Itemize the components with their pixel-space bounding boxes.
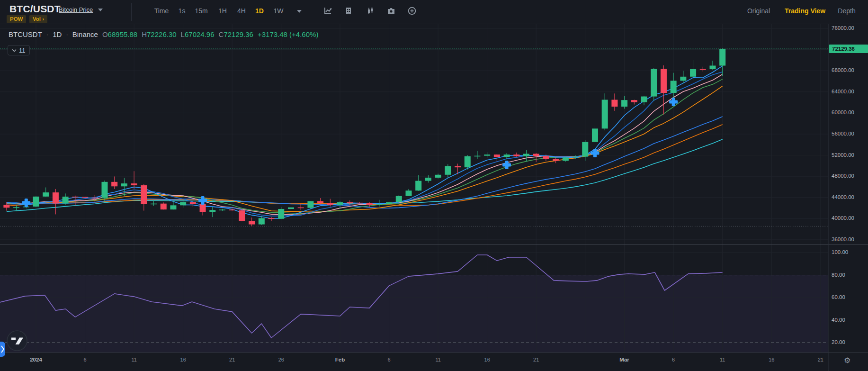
time-tick-label: 6 [672, 357, 675, 362]
time-tick-label: 2024 [30, 357, 42, 362]
candle [327, 203, 333, 205]
candle [190, 202, 196, 204]
pow-badge[interactable]: POW [7, 15, 26, 23]
price-tick-label: 40000.00 [832, 215, 867, 221]
candlestick-icon[interactable] [366, 6, 376, 17]
candle [465, 156, 471, 167]
legend-low: L67024.96 [181, 30, 215, 38]
plus-circle-icon[interactable] [407, 6, 418, 17]
candle [307, 201, 313, 208]
candle [455, 166, 461, 168]
time-tick-label: 11 [131, 357, 136, 362]
ma-line-ma30 [7, 125, 723, 206]
candle [278, 209, 284, 219]
ma-line-ma9 [7, 74, 723, 215]
chevron-down-icon [12, 49, 17, 52]
current-price-label: 72129.36 [829, 45, 868, 53]
view-tab-depth[interactable]: Depth [838, 7, 855, 15]
candle [317, 201, 323, 203]
vol-badge[interactable]: Vol › [29, 15, 47, 23]
candle [367, 203, 373, 205]
candle [209, 210, 215, 212]
chevron-down-icon[interactable] [98, 9, 103, 11]
interval-15m[interactable]: 15m [195, 7, 207, 15]
time-tick-label: 16 [769, 357, 774, 362]
candle [553, 159, 559, 161]
candle [180, 202, 186, 205]
indicators-icon[interactable] [344, 6, 354, 17]
view-tab-trading-view[interactable]: Trading View [785, 7, 825, 15]
candle [268, 218, 275, 219]
interval-1h[interactable]: 1H [218, 7, 227, 15]
candle [671, 81, 677, 93]
time-tick-label: 21 [229, 357, 235, 362]
candle [651, 69, 657, 97]
interval-dropdown-chevron-icon[interactable] [297, 10, 302, 13]
tradingview-logo[interactable] [7, 331, 27, 351]
symbol-subtitle-link[interactable]: Bitcoin Price [59, 6, 93, 13]
symbol-title: BTC/USDT [9, 3, 61, 15]
time-tick-label: 6 [387, 357, 390, 362]
price-tick-label: 20.00 [832, 339, 867, 345]
time-tick-label: 11 [435, 357, 440, 362]
legend-high: H72226.30 [142, 30, 176, 38]
time-axis[interactable] [0, 353, 828, 371]
indicators-collapsed-chip[interactable]: 11 [8, 45, 30, 55]
camera-icon[interactable] [386, 6, 397, 17]
candle [111, 182, 117, 186]
price-tick-label: 60000.00 [832, 109, 867, 115]
signal-plus-marker[interactable] [22, 199, 30, 207]
price-tick-label: 80.00 [832, 272, 867, 278]
candle [357, 203, 363, 204]
view-tab-original[interactable]: Original [747, 7, 770, 15]
legend-close: C72129.36 [219, 30, 253, 38]
interval-1s[interactable]: 1s [179, 7, 186, 15]
candle [386, 202, 392, 204]
candle [494, 154, 500, 157]
candle [229, 209, 235, 210]
interval-1w[interactable]: 1W [274, 7, 284, 15]
candle [445, 166, 451, 175]
candle [141, 185, 147, 204]
ma-line-ma11 [7, 79, 723, 213]
divider [131, 3, 132, 21]
candle [396, 196, 402, 202]
candle [563, 157, 569, 161]
price-tick-label: 56000.00 [832, 131, 867, 136]
legend-exchange: Binance [72, 30, 98, 38]
gear-icon[interactable]: ⚙ [844, 356, 850, 365]
candle [602, 100, 608, 128]
candle [131, 183, 137, 185]
interval-1d[interactable]: 1D [255, 7, 264, 15]
candle [690, 69, 696, 77]
time-tick-label: 21 [818, 357, 823, 362]
candle [611, 100, 617, 106]
trading-chart-page: BTC/USDT Bitcoin Price POW Vol › Time1s1… [0, 0, 868, 371]
candle [573, 157, 579, 158]
interval-time[interactable]: Time [154, 7, 169, 15]
price-tick-label: 36000.00 [832, 236, 867, 242]
chart-canvas[interactable] [0, 0, 868, 371]
candle [337, 202, 343, 205]
time-tick-label: 11 [720, 357, 725, 362]
candle [376, 204, 382, 205]
candle [200, 204, 206, 212]
time-tick-label: 16 [180, 357, 186, 362]
ohlc-legend: BTCUSDT · 1D · Binance O68955.88 H72226.… [9, 30, 318, 38]
price-tick-label: 52000.00 [832, 152, 867, 158]
candle [719, 49, 725, 65]
line-chart-icon[interactable] [323, 6, 333, 17]
candle [170, 205, 176, 209]
legend-interval: 1D [53, 30, 62, 38]
interval-4h[interactable]: 4H [237, 7, 246, 15]
candle [63, 197, 69, 204]
price-tick-label: 76000.00 [832, 25, 867, 31]
candle [121, 183, 127, 186]
candle [53, 192, 59, 203]
candle [82, 197, 88, 198]
candle [298, 208, 304, 208]
candle [13, 207, 19, 208]
candle [641, 97, 647, 102]
candle [709, 65, 716, 69]
price-tick-label: 40.00 [832, 317, 867, 323]
